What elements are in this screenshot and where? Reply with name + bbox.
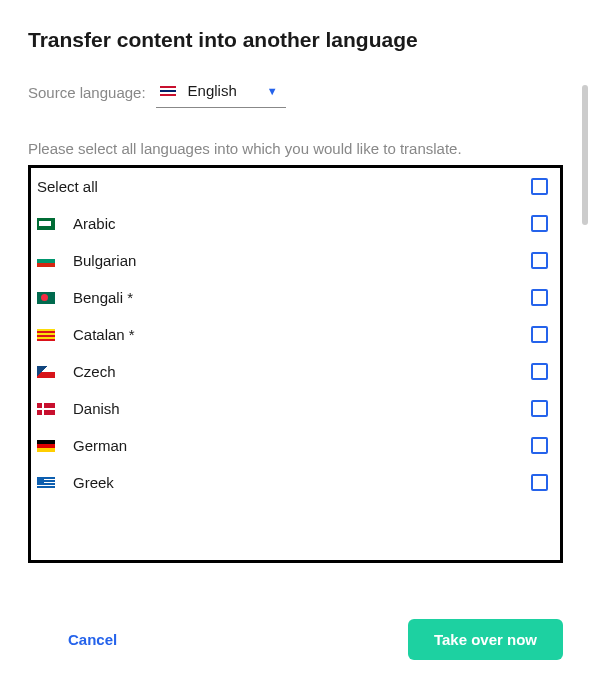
- language-name: German: [73, 437, 513, 454]
- gr-flag-icon: [37, 477, 55, 489]
- language-name: Catalan *: [73, 326, 513, 343]
- language-name: Bulgarian: [73, 252, 513, 269]
- language-checkbox[interactable]: [531, 437, 548, 454]
- dialog-title: Transfer content into another language: [28, 28, 563, 52]
- select-all-label: Select all: [37, 178, 98, 195]
- language-checkbox[interactable]: [531, 400, 548, 417]
- source-label: Source language:: [28, 84, 146, 101]
- dk-flag-icon: [37, 403, 55, 415]
- scrollbar[interactable]: [582, 85, 588, 225]
- language-name: Arabic: [73, 215, 513, 232]
- language-name: Greek: [73, 474, 513, 491]
- sa-flag-icon: [37, 218, 55, 230]
- source-language-value: English: [188, 82, 255, 99]
- language-checkbox[interactable]: [531, 215, 548, 232]
- cz-flag-icon: [37, 366, 55, 378]
- language-name: Danish: [73, 400, 513, 417]
- uk-flag-icon: [160, 86, 176, 96]
- language-checkbox[interactable]: [531, 363, 548, 380]
- chevron-down-icon: ▼: [267, 85, 278, 97]
- language-row[interactable]: Arabic: [31, 205, 560, 242]
- language-checkbox[interactable]: [531, 252, 548, 269]
- take-over-button[interactable]: Take over now: [408, 619, 563, 660]
- language-row[interactable]: Catalan *: [31, 316, 560, 353]
- source-language-select[interactable]: English ▼: [156, 76, 286, 108]
- select-all-checkbox[interactable]: [531, 178, 548, 195]
- source-language-row: Source language: English ▼: [28, 76, 563, 108]
- de-flag-icon: [37, 440, 55, 452]
- language-checkbox[interactable]: [531, 326, 548, 343]
- language-name: Bengali *: [73, 289, 513, 306]
- language-row[interactable]: Greek: [31, 464, 560, 501]
- language-row[interactable]: Bengali *: [31, 279, 560, 316]
- language-row[interactable]: Bulgarian: [31, 242, 560, 279]
- language-row[interactable]: Czech: [31, 353, 560, 390]
- ct-flag-icon: [37, 329, 55, 341]
- language-checkbox[interactable]: [531, 289, 548, 306]
- bg-flag-icon: [37, 255, 55, 267]
- language-list: Select all ArabicBulgarianBengali *Catal…: [28, 165, 563, 563]
- bd-flag-icon: [37, 292, 55, 304]
- language-checkbox[interactable]: [531, 474, 548, 491]
- language-row[interactable]: German: [31, 427, 560, 464]
- cancel-button[interactable]: Cancel: [28, 621, 157, 658]
- instruction-text: Please select all languages into which y…: [28, 140, 563, 157]
- dialog-footer: Cancel Take over now: [28, 619, 563, 660]
- language-name: Czech: [73, 363, 513, 380]
- select-all-row[interactable]: Select all: [31, 168, 560, 205]
- language-row[interactable]: Danish: [31, 390, 560, 427]
- transfer-dialog: Transfer content into another language S…: [0, 0, 591, 678]
